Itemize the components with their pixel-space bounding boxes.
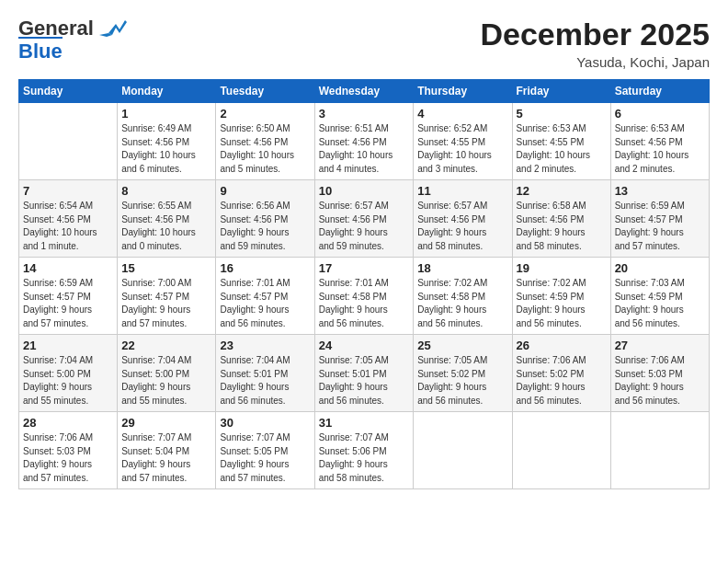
cell-day-info: Sunrise: 7:07 AMSunset: 5:06 PMDaylight:… — [319, 431, 410, 485]
calendar-cell: 29Sunrise: 7:07 AMSunset: 5:04 PMDayligh… — [118, 412, 216, 489]
cell-day-info: Sunrise: 6:57 AMSunset: 4:56 PMDaylight:… — [319, 200, 410, 253]
cell-day-info: Sunrise: 7:01 AMSunset: 4:57 PMDaylight:… — [220, 277, 310, 330]
logo-bird-icon — [99, 17, 127, 40]
cell-day-info: Sunrise: 7:04 AMSunset: 5:00 PMDaylight:… — [23, 354, 113, 408]
calendar-cell: 10Sunrise: 6:57 AMSunset: 4:56 PMDayligh… — [314, 180, 414, 258]
calendar-cell: 3Sunrise: 6:51 AMSunset: 4:56 PMDaylight… — [314, 103, 414, 180]
cell-day-number: 11 — [417, 184, 507, 198]
calendar-cell: 25Sunrise: 7:05 AMSunset: 5:02 PMDayligh… — [414, 335, 512, 412]
cell-day-number: 19 — [517, 261, 607, 275]
cell-day-number: 27 — [615, 339, 705, 352]
cell-day-number: 8 — [121, 184, 211, 198]
cell-day-number: 9 — [220, 184, 310, 198]
calendar-cell: 19Sunrise: 7:02 AMSunset: 4:59 PMDayligh… — [512, 258, 610, 335]
cell-day-number: 17 — [319, 261, 410, 275]
cell-day-info: Sunrise: 6:53 AMSunset: 4:55 PMDaylight:… — [517, 122, 607, 176]
cell-day-info: Sunrise: 6:52 AMSunset: 4:55 PMDaylight:… — [417, 122, 507, 176]
calendar-cell: 16Sunrise: 7:01 AMSunset: 4:57 PMDayligh… — [216, 258, 314, 335]
cell-day-number: 25 — [417, 339, 507, 352]
cell-day-number: 6 — [615, 107, 705, 121]
calendar-cell: 21Sunrise: 7:04 AMSunset: 5:00 PMDayligh… — [19, 335, 118, 412]
calendar-week-row: 28Sunrise: 7:06 AMSunset: 5:03 PMDayligh… — [19, 412, 710, 489]
weekday-header: Saturday — [610, 80, 709, 103]
cell-day-number: 13 — [615, 184, 705, 198]
calendar-cell: 14Sunrise: 6:59 AMSunset: 4:57 PMDayligh… — [19, 258, 118, 335]
calendar-cell — [19, 103, 118, 180]
calendar-cell: 5Sunrise: 6:53 AMSunset: 4:55 PMDaylight… — [512, 103, 610, 180]
cell-day-number: 31 — [319, 416, 410, 430]
weekday-header: Thursday — [414, 80, 512, 103]
calendar-cell: 22Sunrise: 7:04 AMSunset: 5:00 PMDayligh… — [118, 335, 216, 412]
cell-day-info: Sunrise: 7:04 AMSunset: 5:01 PMDaylight:… — [220, 354, 310, 408]
calendar-cell: 9Sunrise: 6:56 AMSunset: 4:56 PMDaylight… — [216, 180, 314, 258]
cell-day-info: Sunrise: 6:51 AMSunset: 4:56 PMDaylight:… — [319, 122, 410, 176]
weekday-header: Tuesday — [216, 80, 314, 103]
cell-day-number: 3 — [319, 107, 410, 121]
month-title: December 2025 — [480, 17, 710, 52]
title-section: December 2025 Yasuda, Kochi, Japan — [480, 17, 710, 70]
cell-day-number: 7 — [23, 184, 113, 198]
cell-day-info: Sunrise: 6:55 AMSunset: 4:56 PMDaylight:… — [121, 200, 211, 253]
cell-day-number: 4 — [417, 107, 507, 121]
calendar-week-row: 21Sunrise: 7:04 AMSunset: 5:00 PMDayligh… — [19, 335, 710, 412]
calendar-cell: 11Sunrise: 6:57 AMSunset: 4:56 PMDayligh… — [414, 180, 512, 258]
cell-day-number: 10 — [319, 184, 410, 198]
calendar-cell: 15Sunrise: 7:00 AMSunset: 4:57 PMDayligh… — [118, 258, 216, 335]
calendar-cell: 28Sunrise: 7:06 AMSunset: 5:03 PMDayligh… — [19, 412, 118, 489]
cell-day-number: 23 — [220, 339, 310, 352]
calendar-body: 1Sunrise: 6:49 AMSunset: 4:56 PMDaylight… — [19, 103, 710, 489]
calendar-header: SundayMondayTuesdayWednesdayThursdayFrid… — [19, 80, 710, 103]
cell-day-info: Sunrise: 7:07 AMSunset: 5:05 PMDaylight:… — [220, 431, 310, 485]
cell-day-info: Sunrise: 7:03 AMSunset: 4:59 PMDaylight:… — [615, 277, 705, 330]
calendar-cell: 18Sunrise: 7:02 AMSunset: 4:58 PMDayligh… — [414, 258, 512, 335]
header: General Blue December 2025 Yasuda, Kochi… — [18, 17, 710, 70]
svg-marker-0 — [108, 20, 127, 35]
cell-day-info: Sunrise: 7:06 AMSunset: 5:03 PMDaylight:… — [23, 431, 113, 485]
cell-day-info: Sunrise: 6:57 AMSunset: 4:56 PMDaylight:… — [417, 200, 507, 253]
cell-day-info: Sunrise: 7:05 AMSunset: 5:01 PMDaylight:… — [319, 354, 410, 408]
calendar-cell — [512, 412, 610, 489]
cell-day-number: 26 — [517, 339, 607, 352]
calendar-cell: 13Sunrise: 6:59 AMSunset: 4:57 PMDayligh… — [610, 180, 709, 258]
cell-day-number: 22 — [121, 339, 211, 352]
cell-day-number: 14 — [23, 261, 113, 275]
cell-day-number: 5 — [517, 107, 607, 121]
calendar-cell — [610, 412, 709, 489]
location: Yasuda, Kochi, Japan — [480, 54, 710, 70]
cell-day-number: 30 — [220, 416, 310, 430]
cell-day-number: 20 — [615, 261, 705, 275]
cell-day-number: 16 — [220, 261, 310, 275]
weekday-header: Monday — [118, 80, 216, 103]
calendar-cell: 26Sunrise: 7:06 AMSunset: 5:02 PMDayligh… — [512, 335, 610, 412]
cell-day-number: 24 — [319, 339, 410, 352]
logo: General Blue — [18, 17, 127, 63]
cell-day-number: 29 — [121, 416, 211, 430]
cell-day-info: Sunrise: 7:01 AMSunset: 4:58 PMDaylight:… — [319, 277, 410, 330]
cell-day-info: Sunrise: 7:05 AMSunset: 5:02 PMDaylight:… — [417, 354, 507, 408]
cell-day-number: 28 — [23, 416, 113, 430]
cell-day-info: Sunrise: 7:02 AMSunset: 4:58 PMDaylight:… — [417, 277, 507, 330]
cell-day-number: 21 — [23, 339, 113, 352]
weekday-row: SundayMondayTuesdayWednesdayThursdayFrid… — [19, 80, 710, 103]
cell-day-info: Sunrise: 6:59 AMSunset: 4:57 PMDaylight:… — [23, 277, 113, 330]
cell-day-info: Sunrise: 6:56 AMSunset: 4:56 PMDaylight:… — [220, 200, 310, 253]
cell-day-number: 2 — [220, 107, 310, 121]
calendar-cell: 8Sunrise: 6:55 AMSunset: 4:56 PMDaylight… — [118, 180, 216, 258]
cell-day-info: Sunrise: 7:06 AMSunset: 5:03 PMDaylight:… — [615, 354, 705, 408]
cell-day-number: 12 — [517, 184, 607, 198]
calendar-cell: 7Sunrise: 6:54 AMSunset: 4:56 PMDaylight… — [19, 180, 118, 258]
calendar-week-row: 7Sunrise: 6:54 AMSunset: 4:56 PMDaylight… — [19, 180, 710, 258]
page: General Blue December 2025 Yasuda, Kochi… — [0, 0, 728, 563]
cell-day-info: Sunrise: 6:59 AMSunset: 4:57 PMDaylight:… — [615, 200, 705, 253]
calendar-cell: 17Sunrise: 7:01 AMSunset: 4:58 PMDayligh… — [314, 258, 414, 335]
cell-day-info: Sunrise: 7:06 AMSunset: 5:02 PMDaylight:… — [517, 354, 607, 408]
calendar-cell — [414, 412, 512, 489]
calendar-week-row: 14Sunrise: 6:59 AMSunset: 4:57 PMDayligh… — [19, 258, 710, 335]
calendar-cell: 4Sunrise: 6:52 AMSunset: 4:55 PMDaylight… — [414, 103, 512, 180]
calendar-cell: 6Sunrise: 6:53 AMSunset: 4:56 PMDaylight… — [610, 103, 709, 180]
weekday-header: Sunday — [19, 80, 118, 103]
cell-day-info: Sunrise: 6:53 AMSunset: 4:56 PMDaylight:… — [615, 122, 705, 176]
cell-day-info: Sunrise: 7:04 AMSunset: 5:00 PMDaylight:… — [121, 354, 211, 408]
cell-day-number: 18 — [417, 261, 507, 275]
cell-day-info: Sunrise: 6:54 AMSunset: 4:56 PMDaylight:… — [23, 200, 113, 253]
